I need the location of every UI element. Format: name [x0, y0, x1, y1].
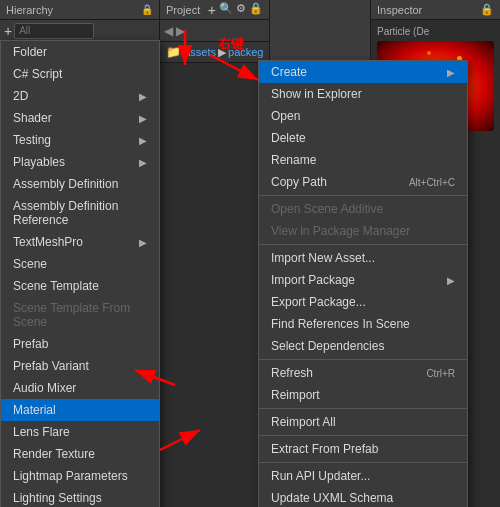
left-menu-item-c#-script[interactable]: C# Script: [1, 63, 159, 85]
context-menu-item-find-references-in-scene[interactable]: Find References In Scene: [259, 313, 467, 335]
menu-separator: [259, 435, 467, 436]
menu-item-label: Create: [271, 65, 307, 79]
menu-item-label: Export Package...: [271, 295, 366, 309]
context-menu-item-import-new-asset-[interactable]: Import New Asset...: [259, 247, 467, 269]
project-panel: Project + 🔍 ⚙ 🔒 ◀ ▶ 📁 Assets ▶ packeg: [160, 0, 270, 507]
menu-item-label: Material: [13, 403, 56, 417]
hierarchy-toolbar: +: [0, 20, 159, 42]
menu-item-label: Find References In Scene: [271, 317, 410, 331]
context-menu-item-view-in-package-manager: View in Package Manager: [259, 220, 467, 242]
forward-icon[interactable]: ▶: [176, 24, 185, 38]
menu-item-label: Reimport: [271, 388, 320, 402]
menu-item-label: Delete: [271, 131, 306, 145]
menu-item-label: Render Texture: [13, 447, 95, 461]
menu-item-label: Assembly Definition: [13, 177, 118, 191]
left-menu-item-assembly-definition-reference[interactable]: Assembly Definition Reference: [1, 195, 159, 231]
context-menu-item-update-uxml-schema[interactable]: Update UXML Schema: [259, 487, 467, 507]
inspector-object-name: Particle (De: [377, 26, 494, 37]
menu-item-label: Folder: [13, 45, 47, 59]
menu-item-label: Rename: [271, 153, 316, 167]
inspector-header: Inspector 🔒: [371, 0, 500, 20]
context-menu-item-show-in-explorer[interactable]: Show in Explorer: [259, 83, 467, 105]
menu-item-label: Import Package: [271, 273, 355, 287]
back-icon[interactable]: ◀: [164, 24, 173, 38]
left-menu-item-scene[interactable]: Scene: [1, 253, 159, 275]
breadcrumb-assets[interactable]: Assets: [183, 46, 216, 58]
menu-item-label: Open: [271, 109, 300, 123]
menu-item-label: Run API Updater...: [271, 469, 370, 483]
context-menu-item-extract-from-prefab[interactable]: Extract From Prefab: [259, 438, 467, 460]
menu-separator: [259, 408, 467, 409]
context-menu-item-create[interactable]: Create▶: [259, 61, 467, 83]
hierarchy-header: Hierarchy 🔒: [0, 0, 159, 20]
lock-icon[interactable]: 🔒: [480, 3, 494, 16]
hierarchy-search-input[interactable]: [14, 23, 94, 39]
context-menu-item-rename[interactable]: Rename: [259, 149, 467, 171]
menu-item-label: Open Scene Additive: [271, 202, 383, 216]
add-icon[interactable]: +: [4, 23, 12, 39]
left-menu-item-lens-flare[interactable]: Lens Flare: [1, 421, 159, 443]
menu-item-label: View in Package Manager: [271, 224, 410, 238]
menu-item-label: Shader: [13, 111, 52, 125]
submenu-arrow-icon: ▶: [139, 157, 147, 168]
left-menu-item-prefab[interactable]: Prefab: [1, 333, 159, 355]
left-menu-item-folder[interactable]: Folder: [1, 41, 159, 63]
project-header: Project + 🔍 ⚙ 🔒: [160, 0, 269, 20]
left-menu-item-playables[interactable]: Playables▶: [1, 151, 159, 173]
context-menu-item-select-dependencies[interactable]: Select Dependencies: [259, 335, 467, 357]
left-menu-item-testing[interactable]: Testing▶: [1, 129, 159, 151]
menu-item-label: Playables: [13, 155, 65, 169]
menu-item-label: Audio Mixer: [13, 381, 76, 395]
add-icon[interactable]: +: [208, 2, 216, 18]
menu-item-label: Scene Template: [13, 279, 99, 293]
menu-item-label: Reimport All: [271, 415, 336, 429]
create-submenu: FolderC# Script2D▶Shader▶Testing▶Playabl…: [0, 40, 160, 507]
search-icon[interactable]: 🔍: [219, 2, 233, 18]
context-menu-item-copy-path[interactable]: Copy PathAlt+Ctrl+C: [259, 171, 467, 193]
breadcrumb-sub[interactable]: packeg: [228, 46, 263, 58]
left-menu-item-audio-mixer[interactable]: Audio Mixer: [1, 377, 159, 399]
menu-item-label: Show in Explorer: [271, 87, 362, 101]
lock-icon[interactable]: 🔒: [249, 2, 263, 18]
menu-item-label: Select Dependencies: [271, 339, 384, 353]
submenu-arrow-icon: ▶: [139, 237, 147, 248]
menu-item-label: Prefab Variant: [13, 359, 89, 373]
breadcrumb-sep: ▶: [218, 46, 226, 59]
menu-item-label: Lightmap Parameters: [13, 469, 128, 483]
left-menu-item-render-texture[interactable]: Render Texture: [1, 443, 159, 465]
menu-item-label: Copy Path: [271, 175, 327, 189]
lock-icon[interactable]: 🔒: [141, 4, 153, 15]
context-menu-item-import-package[interactable]: Import Package▶: [259, 269, 467, 291]
menu-shortcut: Ctrl+R: [426, 368, 455, 379]
folder-icon: 📁: [166, 45, 181, 59]
context-menu-item-reimport-all[interactable]: Reimport All: [259, 411, 467, 433]
menu-item-label: Update UXML Schema: [271, 491, 393, 505]
left-menu-item-assembly-definition[interactable]: Assembly Definition: [1, 173, 159, 195]
left-menu-item-prefab-variant[interactable]: Prefab Variant: [1, 355, 159, 377]
menu-item-label: Refresh: [271, 366, 313, 380]
context-menu-item-reimport[interactable]: Reimport: [259, 384, 467, 406]
context-menu-item-delete[interactable]: Delete: [259, 127, 467, 149]
menu-item-label: Extract From Prefab: [271, 442, 378, 456]
context-menu-item-open-scene-additive: Open Scene Additive: [259, 198, 467, 220]
menu-item-label: Lens Flare: [13, 425, 70, 439]
left-menu-item-scene-template[interactable]: Scene Template: [1, 275, 159, 297]
project-title: Project: [166, 4, 200, 16]
context-menu-item-export-package-[interactable]: Export Package...: [259, 291, 467, 313]
context-menu-item-run-api-updater-[interactable]: Run API Updater...: [259, 465, 467, 487]
left-menu-item-lightmap-parameters[interactable]: Lightmap Parameters: [1, 465, 159, 487]
context-menu-item-open[interactable]: Open: [259, 105, 467, 127]
left-menu-item-2d[interactable]: 2D▶: [1, 85, 159, 107]
left-menu-item-textmeshpro[interactable]: TextMeshPro▶: [1, 231, 159, 253]
settings-icon[interactable]: ⚙: [236, 2, 246, 18]
inspector-title: Inspector: [377, 4, 422, 16]
menu-item-label: Prefab: [13, 337, 48, 351]
submenu-arrow-icon: ▶: [447, 67, 455, 78]
left-menu-item-lighting-settings[interactable]: Lighting Settings: [1, 487, 159, 507]
menu-separator: [259, 359, 467, 360]
context-menu-item-refresh[interactable]: RefreshCtrl+R: [259, 362, 467, 384]
submenu-arrow-icon: ▶: [139, 113, 147, 124]
left-menu-item-shader[interactable]: Shader▶: [1, 107, 159, 129]
left-menu-item-material[interactable]: Material: [1, 399, 159, 421]
context-menu: Create▶Show in ExplorerOpenDeleteRenameC…: [258, 60, 468, 507]
